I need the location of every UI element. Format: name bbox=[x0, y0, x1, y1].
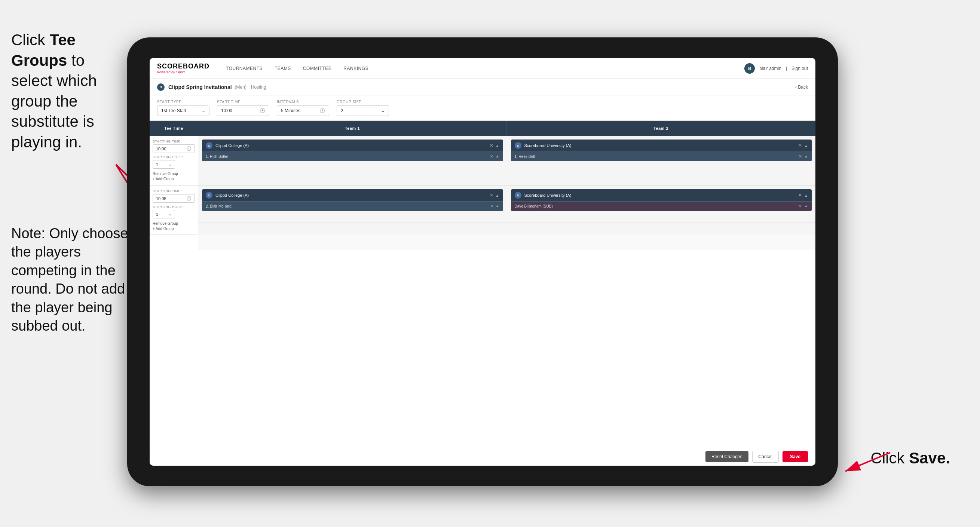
instruction-text: Click Tee Groups to select which group t… bbox=[0, 22, 120, 160]
nav-links: TOURNAMENTS TEAMS COMMITTEE RANKINGS bbox=[221, 63, 745, 74]
logo-area: SCOREBOARD Powered by clippd bbox=[157, 62, 210, 74]
team1-badge-2: C bbox=[206, 192, 212, 199]
player-remove-2-1[interactable]: ✕ bbox=[799, 154, 802, 159]
group-size-input[interactable]: 2 ⌄ bbox=[337, 105, 389, 116]
navbar: SCOREBOARD Powered by clippd TOURNAMENTS… bbox=[150, 58, 815, 79]
starting-time-label-1: STARTING TIME: bbox=[153, 140, 195, 143]
start-time-label: Start Time bbox=[217, 100, 269, 104]
add-group-1[interactable]: + Add Group bbox=[153, 177, 195, 181]
team2-card-1: S Scoreboard University (A) ✕ ▲ 1. Rees … bbox=[511, 140, 812, 161]
sub-header-tournament: Clippd Spring Invitational bbox=[168, 84, 232, 90]
team2-remove-1[interactable]: ✕ bbox=[798, 143, 802, 148]
group-actions-1: Remove Group + Add Group bbox=[153, 172, 195, 181]
team2-col-1: S Scoreboard University (A) ✕ ▲ 1. Rees … bbox=[507, 136, 816, 185]
nav-tournaments[interactable]: TOURNAMENTS bbox=[221, 63, 268, 74]
team2-badge-2: S bbox=[515, 192, 522, 199]
team1-arrow-up-2[interactable]: ▲ bbox=[496, 193, 500, 197]
nav-committee[interactable]: COMMITTEE bbox=[298, 63, 337, 74]
group-size-label: Group Size bbox=[337, 100, 389, 104]
player-remove-2-2[interactable]: ✕ bbox=[799, 204, 802, 209]
start-type-label: Start Type bbox=[157, 100, 210, 104]
player-row-2-2-sub: Dave Billingham (SUB) ✕ ▲ bbox=[511, 201, 812, 211]
sign-out-link[interactable]: Sign out bbox=[791, 66, 808, 71]
team1-card-actions-2: ✕ ▲ bbox=[490, 193, 500, 198]
intervals-input[interactable]: 5 Minutes 🕐 bbox=[277, 105, 329, 116]
team1-remove-1[interactable]: ✕ bbox=[490, 143, 493, 148]
player-remove-1-2[interactable]: ✕ bbox=[490, 204, 493, 209]
note-bold-prefix: Note: Only choose the players competing … bbox=[11, 226, 128, 334]
start-time-input[interactable]: 10:00 🕐 bbox=[217, 105, 269, 116]
header-team2: Team 2 bbox=[507, 121, 815, 136]
player-row-1-2: 2. Blair McHarg ✕ ▲ bbox=[202, 201, 503, 211]
player-arrow-2-2[interactable]: ▲ bbox=[804, 204, 808, 209]
team2-arrow-up-1[interactable]: ▲ bbox=[804, 143, 808, 148]
group-actions-2: Remove Group + Add Group bbox=[153, 221, 195, 231]
sub-header-badge: B bbox=[157, 83, 165, 91]
reset-changes-button[interactable]: Reset Changes bbox=[705, 451, 748, 462]
starting-hole-input-1[interactable]: 1 ⌄ bbox=[153, 160, 175, 169]
save-button[interactable]: Save bbox=[783, 451, 808, 462]
starting-time-input-1[interactable]: 10:00 🕐 bbox=[153, 144, 195, 153]
logo-powered: Powered by clippd bbox=[157, 70, 210, 74]
remove-group-1[interactable]: Remove Group bbox=[153, 172, 195, 176]
group-row-3-partial bbox=[150, 235, 815, 250]
tee-groups-bold: Tee Groups bbox=[11, 31, 76, 69]
logo-scoreboard: SCOREBOARD bbox=[157, 62, 210, 70]
starting-hole-input-2[interactable]: 1 ⌄ bbox=[153, 210, 175, 218]
start-time-field: Start Time 10:00 🕐 bbox=[217, 100, 269, 116]
add-group-2[interactable]: + Add Group bbox=[153, 227, 195, 231]
team1-col-1: C Clippd College (A) ✕ ▲ 1. Rich Butler bbox=[198, 136, 507, 185]
team2-group-cell-2: S Scoreboard University (A) ✕ ▲ Dave Bil… bbox=[507, 186, 816, 223]
player-name-2-2: Dave Billingham (SUB) bbox=[515, 204, 796, 209]
cancel-button[interactable]: Cancel bbox=[752, 451, 779, 463]
player-actions-2-1: ✕ ▲ bbox=[799, 154, 808, 159]
team1-group-cell-1: C Clippd College (A) ✕ ▲ 1. Rich Butler bbox=[198, 136, 507, 173]
team2-remove-2[interactable]: ✕ bbox=[798, 193, 802, 198]
tee-time-group-2: STARTING TIME: 10:05 🕐 STARTING HOLE: 1 … bbox=[150, 186, 198, 235]
player-row-1-1: 1. Rich Butler ✕ ▲ bbox=[202, 151, 503, 161]
player-arrow-1-2[interactable]: ▲ bbox=[496, 204, 500, 209]
team1-arrow-up-1[interactable]: ▲ bbox=[496, 143, 500, 148]
remove-group-2[interactable]: Remove Group bbox=[153, 221, 195, 226]
start-type-input[interactable]: 1st Tee Start ⌄ bbox=[157, 105, 210, 116]
player-remove-1-1[interactable]: ✕ bbox=[490, 154, 493, 159]
sub-header: B Clippd Spring Invitational (Men) Hosti… bbox=[150, 79, 815, 96]
player-arrow-1-1[interactable]: ▲ bbox=[496, 154, 500, 159]
player-actions-1-2: ✕ ▲ bbox=[490, 204, 500, 209]
settings-row: Start Type 1st Tee Start ⌄ Start Time 10… bbox=[150, 96, 815, 121]
team1-group-cell-2: C Clippd College (A) ✕ ▲ 2. Blair McHarg bbox=[198, 186, 507, 223]
nav-teams[interactable]: TEAMS bbox=[269, 63, 296, 74]
team1-card-actions-1: ✕ ▲ bbox=[490, 143, 500, 148]
team1-col-2: C Clippd College (A) ✕ ▲ 2. Blair McHarg bbox=[198, 186, 507, 235]
back-button[interactable]: ‹ Back bbox=[795, 84, 808, 90]
team1-remove-2[interactable]: ✕ bbox=[490, 193, 493, 198]
team1-name-1: Clippd College (A) bbox=[215, 143, 487, 148]
player-name-1-1: 1. Rich Butler bbox=[206, 154, 487, 159]
start-type-field: Start Type 1st Tee Start ⌄ bbox=[157, 100, 210, 116]
sub-header-hosting: Hosting bbox=[251, 84, 266, 90]
player-name-2-1: 1. Rees Britt bbox=[515, 154, 796, 159]
team1-card-header-1: C Clippd College (A) ✕ ▲ bbox=[202, 140, 503, 151]
team2-name-1: Scoreboard University (A) bbox=[524, 143, 795, 148]
player-row-2-1: 1. Rees Britt ✕ ▲ bbox=[511, 151, 812, 161]
group-row-2: STARTING TIME: 10:05 🕐 STARTING HOLE: 1 … bbox=[150, 186, 815, 235]
click-save-label: Click Save. bbox=[871, 449, 950, 467]
sub-header-gender: (Men) bbox=[235, 84, 247, 90]
team2-card-2: S Scoreboard University (A) ✕ ▲ Dave Bil… bbox=[511, 189, 812, 211]
user-avatar: B bbox=[745, 63, 755, 74]
nav-rankings[interactable]: RANKINGS bbox=[338, 63, 374, 74]
intervals-field: Intervals 5 Minutes 🕐 bbox=[277, 100, 329, 116]
team2-card-actions-2: ✕ ▲ bbox=[798, 193, 808, 198]
player-actions-1-1: ✕ ▲ bbox=[490, 154, 500, 159]
header-team1: Team 1 bbox=[198, 121, 507, 136]
save-bold: Save. bbox=[909, 449, 950, 467]
team2-name-2: Scoreboard University (A) bbox=[524, 193, 795, 197]
team2-card-header-1: S Scoreboard University (A) ✕ ▲ bbox=[511, 140, 812, 151]
starting-time-input-2[interactable]: 10:05 🕐 bbox=[153, 194, 195, 203]
starting-hole-label-1: STARTING HOLE: bbox=[153, 155, 195, 159]
nav-user: B blair admin | Sign out bbox=[745, 63, 808, 74]
player-arrow-2-1[interactable]: ▲ bbox=[804, 154, 808, 159]
team2-badge-1: S bbox=[515, 142, 522, 149]
user-name: blair admin bbox=[759, 66, 781, 71]
team2-arrow-up-2[interactable]: ▲ bbox=[804, 193, 808, 197]
